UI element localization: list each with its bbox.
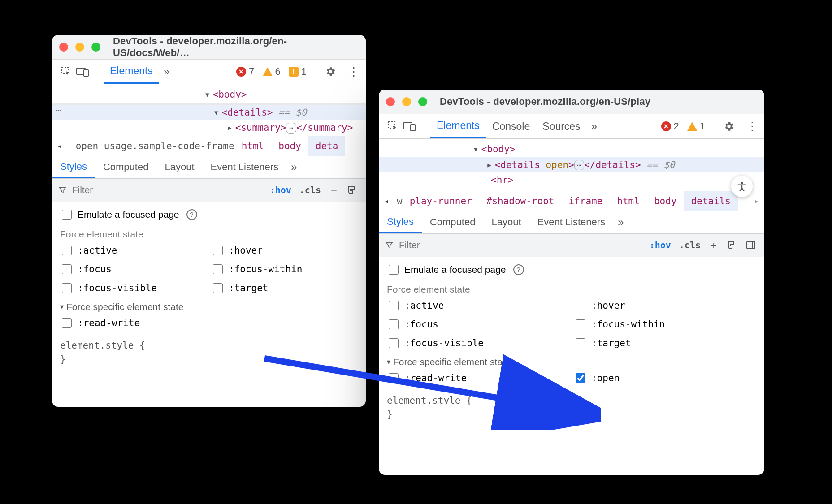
tab-console[interactable]: Console: [486, 114, 536, 138]
crumb-prev-icon[interactable]: ◂: [379, 191, 394, 211]
tab-event-listeners[interactable]: Event Listeners: [203, 156, 287, 178]
state-focus-within-checkbox[interactable]: [213, 264, 223, 274]
inspect-icon[interactable]: [58, 64, 74, 80]
more-tabs-icon[interactable]: »: [159, 65, 174, 78]
state-active-checkbox[interactable]: [62, 246, 72, 255]
expand-dots-icon[interactable]: ⋯: [574, 160, 584, 171]
crumb-item[interactable]: #shadow-root: [479, 191, 562, 211]
element-style-block[interactable]: element.style { }: [52, 334, 366, 371]
new-rule-icon[interactable]: ＋: [329, 183, 339, 197]
device-icon[interactable]: [74, 64, 91, 80]
dom-summary[interactable]: <summary>: [235, 122, 286, 133]
state-active-checkbox[interactable]: [389, 301, 399, 310]
titlebar[interactable]: DevTools - developer.mozilla.org/en-US/p…: [379, 90, 764, 114]
paint-icon[interactable]: [727, 240, 737, 250]
tab-elements[interactable]: Elements: [430, 114, 486, 138]
maximize-icon[interactable]: [91, 43, 100, 52]
filter-input[interactable]: [71, 184, 256, 196]
crumb-item-selected[interactable]: details: [684, 191, 738, 211]
state-target-checkbox[interactable]: [576, 338, 585, 348]
expand-dots-icon[interactable]: ⋯: [286, 123, 296, 134]
new-rule-icon[interactable]: ＋: [709, 238, 719, 252]
warning-badge[interactable]: 6: [263, 66, 281, 78]
tab-computed[interactable]: Computed: [95, 156, 157, 178]
force-specific-state-label[interactable]: Force specific element state: [387, 351, 756, 367]
minimize-icon[interactable]: [75, 43, 84, 52]
dom-body[interactable]: <body>: [213, 89, 247, 100]
tab-layout[interactable]: Layout: [156, 156, 202, 178]
element-style-block[interactable]: element.style { }: [379, 389, 764, 426]
crumb-clipped[interactable]: w: [394, 196, 403, 207]
state-target-checkbox[interactable]: [213, 283, 223, 293]
minimize-icon[interactable]: [402, 97, 411, 106]
force-specific-state-label[interactable]: Force specific element state: [60, 296, 358, 312]
crumb-clipped[interactable]: _open_usage.sample-code-frame: [67, 141, 234, 151]
warning-badge[interactable]: 1: [687, 121, 705, 132]
tab-event-listeners[interactable]: Event Listeners: [529, 211, 614, 233]
crumb-item[interactable]: html: [610, 191, 647, 211]
state-focus-checkbox[interactable]: [62, 264, 72, 274]
breadcrumb[interactable]: ◂ w play-runner #shadow-root iframe html…: [379, 191, 764, 211]
hov-toggle[interactable]: :hov: [650, 240, 671, 250]
maximize-icon[interactable]: [418, 97, 427, 106]
device-icon[interactable]: [401, 118, 417, 134]
hov-toggle[interactable]: :hov: [270, 185, 291, 195]
dom-hr[interactable]: <hr>: [491, 175, 514, 185]
crumb-prev-icon[interactable]: ◂: [52, 136, 67, 156]
kebab-icon[interactable]: ⋮: [740, 120, 764, 134]
close-icon[interactable]: [386, 97, 395, 106]
dom-tree[interactable]: <body> ⋯ <details> == $0 <summary>⋯</sum…: [52, 84, 366, 136]
breadcrumb[interactable]: ◂ _open_usage.sample-code-frame html bod…: [52, 136, 366, 156]
close-icon[interactable]: [59, 43, 68, 52]
crumb-item[interactable]: body: [647, 191, 684, 211]
tab-computed[interactable]: Computed: [422, 211, 484, 233]
issue-badge[interactable]: !1: [289, 66, 307, 78]
state-read-write-checkbox[interactable]: [389, 373, 399, 383]
dom-details[interactable]: <details>: [222, 107, 273, 118]
tab-layout[interactable]: Layout: [483, 211, 529, 233]
more-subtabs-icon[interactable]: »: [613, 216, 628, 228]
paint-icon[interactable]: [347, 185, 358, 195]
emulate-focused-checkbox[interactable]: [389, 265, 399, 275]
accessibility-icon[interactable]: [731, 176, 753, 197]
dom-tree[interactable]: <body> <details open>⋯</details> == $0 <…: [379, 139, 764, 191]
crumb-item[interactable]: play-runner: [403, 191, 479, 211]
state-focus-checkbox[interactable]: [389, 319, 399, 329]
filter-input[interactable]: [398, 239, 635, 251]
state-open-checkbox[interactable]: [576, 373, 585, 383]
state-hover-checkbox[interactable]: [213, 246, 223, 255]
more-subtabs-icon[interactable]: »: [286, 161, 301, 173]
tab-styles[interactable]: Styles: [52, 156, 95, 178]
style-close: }: [60, 353, 358, 367]
settings-icon[interactable]: [319, 66, 342, 78]
help-icon[interactable]: ?: [186, 209, 197, 220]
tab-sources[interactable]: Sources: [536, 114, 586, 138]
cls-toggle[interactable]: .cls: [299, 185, 321, 195]
error-badge[interactable]: ✕2: [661, 121, 679, 132]
sidebar-icon[interactable]: [745, 240, 756, 250]
crumb-item[interactable]: body: [271, 136, 308, 156]
crumb-item[interactable]: iframe: [561, 191, 610, 211]
inspect-icon[interactable]: [385, 118, 401, 134]
state-focus-visible-checkbox[interactable]: [62, 283, 72, 293]
help-icon[interactable]: ?: [513, 264, 524, 275]
force-element-state-label: Force element state: [60, 223, 358, 242]
kebab-icon[interactable]: ⋮: [342, 65, 366, 79]
dom-body[interactable]: <body>: [481, 144, 516, 155]
main-toolbar: Elements » ✕7 6 !1 ⋮: [52, 60, 366, 84]
settings-icon[interactable]: [718, 121, 740, 132]
state-read-write-checkbox[interactable]: [62, 318, 72, 328]
crumb-item-selected[interactable]: deta: [308, 136, 346, 156]
tab-styles[interactable]: Styles: [379, 211, 422, 233]
titlebar[interactable]: DevTools - developer.mozilla.org/en-US/d…: [52, 35, 366, 60]
crumb-item[interactable]: html: [234, 136, 272, 156]
crumb-next-icon[interactable]: ▸: [749, 191, 764, 211]
state-hover-checkbox[interactable]: [576, 301, 585, 310]
error-badge[interactable]: ✕7: [236, 66, 254, 78]
cls-toggle[interactable]: .cls: [679, 240, 701, 250]
state-focus-visible-checkbox[interactable]: [389, 338, 399, 348]
emulate-focused-checkbox[interactable]: [62, 210, 72, 220]
more-tabs-icon[interactable]: »: [587, 120, 602, 133]
state-focus-within-checkbox[interactable]: [576, 319, 585, 329]
tab-elements[interactable]: Elements: [104, 60, 159, 84]
